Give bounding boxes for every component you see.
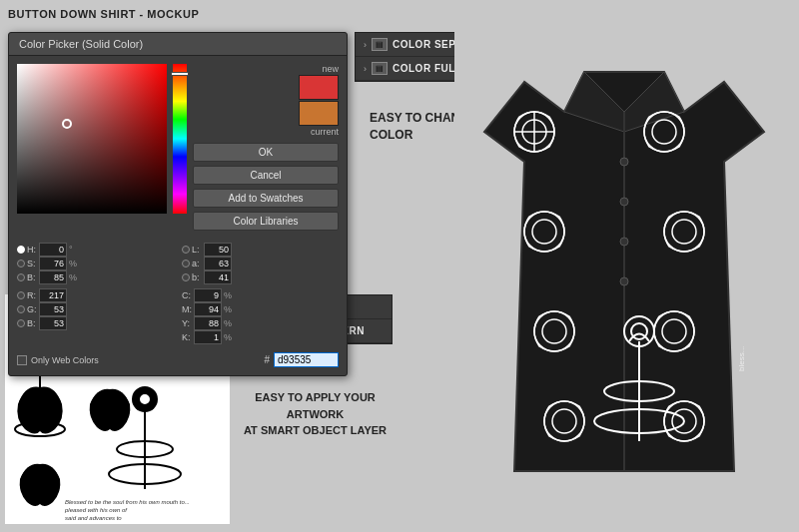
y-unit: % <box>224 318 232 328</box>
h-radio[interactable] <box>17 246 25 254</box>
m-label: M: <box>182 304 192 314</box>
l-input-row: L: <box>182 243 339 257</box>
hue-slider[interactable] <box>173 64 187 214</box>
svg-point-52 <box>139 393 151 405</box>
k-input[interactable] <box>194 330 222 344</box>
s-unit: % <box>69 259 77 268</box>
y-input-row: Y: % <box>182 316 339 330</box>
dialog-buttons: OK Cancel Add to Swatches Color Librarie… <box>193 143 339 231</box>
a-radio[interactable] <box>182 260 190 267</box>
l-input[interactable] <box>204 243 232 257</box>
svg-text:pleased with his own of: pleased with his own of <box>64 507 128 513</box>
g-label: G: <box>27 304 37 314</box>
c-input-row: C: % <box>182 288 339 302</box>
layer-name-color-full: COLOR FULL <box>393 63 461 74</box>
r-label: R: <box>27 290 37 300</box>
m-input-row: M: % <box>182 302 339 316</box>
svg-text:Blessed to be the soul from hi: Blessed to be the soul from his own mout… <box>65 499 190 505</box>
hex-hash: # <box>264 354 270 365</box>
s-input-row: S: % <box>17 257 174 270</box>
y-label: Y: <box>182 318 192 328</box>
b3-radio[interactable] <box>182 273 190 281</box>
b3-label: b: <box>192 272 202 282</box>
c-label: C: <box>182 290 192 300</box>
b3-input-row: b: <box>182 270 339 284</box>
shirt-svg: bless... <box>464 52 784 501</box>
k-input-row: K: % <box>182 330 339 344</box>
hue-cursor <box>171 72 189 76</box>
k-label: K: <box>182 332 192 342</box>
l-radio[interactable] <box>182 246 190 254</box>
b-radio[interactable] <box>17 273 25 281</box>
s-radio[interactable] <box>17 260 25 267</box>
hex-input[interactable] <box>274 352 339 367</box>
current-color-swatch <box>299 101 339 126</box>
ok-button[interactable]: OK <box>193 143 339 162</box>
color-libraries-button[interactable]: Color Libraries <box>193 212 339 231</box>
g-input[interactable] <box>39 302 67 316</box>
hex-row: # <box>264 350 339 369</box>
k-unit: % <box>224 332 232 342</box>
r-input-row: R: <box>17 288 174 302</box>
layer-arrow-2: › <box>364 64 367 74</box>
new-color-swatch <box>299 75 339 100</box>
g-radio[interactable] <box>17 305 25 313</box>
b2-input[interactable] <box>39 316 67 330</box>
web-colors-row[interactable]: Only Web Colors <box>17 352 99 368</box>
b2-radio[interactable] <box>17 319 25 327</box>
b3-input[interactable] <box>204 270 232 284</box>
h-unit: ° <box>69 245 73 255</box>
layer-icon-1: ▤ <box>372 38 388 51</box>
b2-label: B: <box>27 318 37 328</box>
svg-text:said and advances to: said and advances to <box>65 515 122 521</box>
m-unit: % <box>224 304 232 314</box>
swatch-area: new current <box>193 64 339 137</box>
cancel-button[interactable]: Cancel <box>193 166 339 185</box>
web-colors-label: Only Web Colors <box>31 355 99 365</box>
svg-point-1 <box>620 158 628 166</box>
b-unit: % <box>69 272 77 282</box>
b2-input-row: B: <box>17 316 174 330</box>
gradient-cursor <box>62 119 72 129</box>
layer-icon-2: ▤ <box>372 62 388 75</box>
y-input[interactable] <box>194 316 222 330</box>
g-input-row: G: <box>17 302 174 316</box>
artwork-text: EASY TO APPLY YOUR ARTWORKAT SMART OBJEC… <box>238 389 393 439</box>
svg-point-4 <box>620 277 628 285</box>
h-input-row: H: ° <box>17 243 174 257</box>
add-swatches-button[interactable]: Add to Swatches <box>193 189 339 208</box>
b-input[interactable] <box>39 270 67 284</box>
gradient-picker[interactable] <box>17 64 167 214</box>
a-label: a: <box>192 259 202 268</box>
r-input[interactable] <box>39 288 67 302</box>
new-label: new <box>322 64 339 74</box>
b-label: B: <box>27 272 37 282</box>
r-radio[interactable] <box>17 291 25 299</box>
color-picker-dialog: Color Picker (Solid Color) new current <box>8 32 348 376</box>
color-inputs: H: ° S: % B: % R: <box>17 239 339 348</box>
dialog-title: Color Picker (Solid Color) <box>9 33 347 56</box>
s-input[interactable] <box>39 257 67 270</box>
h-label: H: <box>27 245 37 255</box>
c-input[interactable] <box>194 288 222 302</box>
svg-point-3 <box>620 238 628 246</box>
a-input[interactable] <box>204 257 232 270</box>
web-colors-checkbox[interactable] <box>17 355 27 365</box>
l-label: L: <box>192 245 202 255</box>
b-input-row: B: % <box>17 270 174 284</box>
layer-arrow-1: › <box>364 40 367 50</box>
s-label: S: <box>27 259 37 268</box>
svg-point-2 <box>620 198 628 206</box>
page-title: BUTTON DOWN SHIRT - MOCKUP <box>8 8 199 20</box>
c-unit: % <box>224 290 232 300</box>
a-input-row: a: <box>182 257 339 270</box>
gradient-box[interactable] <box>17 64 167 214</box>
current-label: current <box>311 127 339 137</box>
svg-text:bless...: bless... <box>737 346 746 371</box>
shirt-area: bless... <box>454 32 794 521</box>
m-input[interactable] <box>194 302 222 316</box>
hue-slider-container[interactable] <box>173 64 187 231</box>
right-panel: new current OK Cancel Add to Swatches Co… <box>193 64 339 231</box>
h-input[interactable] <box>39 243 67 257</box>
